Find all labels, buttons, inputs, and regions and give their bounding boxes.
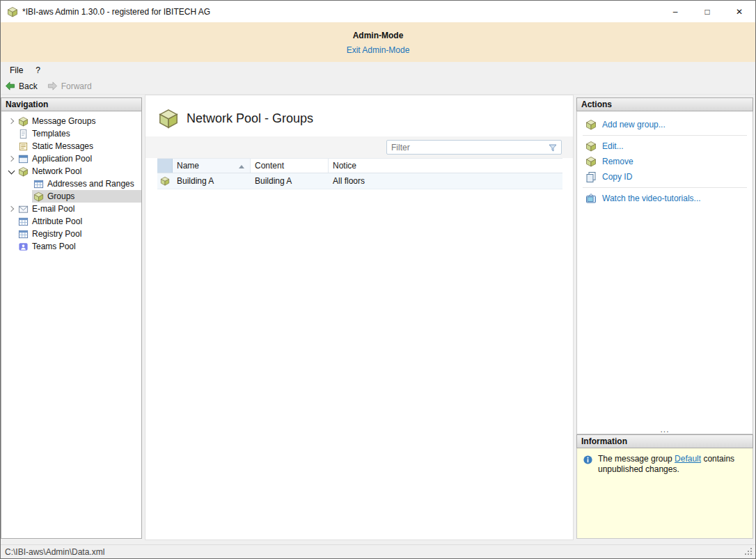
filter-box: [386, 140, 562, 155]
action-label: Watch the video-tutorials...: [602, 194, 701, 203]
tree-item-label: Teams Pool: [32, 242, 76, 251]
tree-item-groups[interactable]: Groups: [1, 190, 141, 203]
navigation-panel: Navigation Message Groups Templates: [1, 97, 142, 539]
edit-link[interactable]: Edit...: [577, 139, 753, 154]
exit-admin-mode-link[interactable]: Exit Admin-Mode: [347, 45, 410, 55]
navigation-tree: Message Groups Templates Static Messages: [1, 111, 142, 539]
message-groups-icon: [18, 116, 29, 127]
maximize-button[interactable]: □: [691, 1, 723, 22]
column-header-label: Content: [255, 161, 284, 171]
chevron-right-icon[interactable]: [7, 204, 17, 214]
forward-label: Forward: [61, 81, 92, 91]
tree-item-label: Static Messages: [32, 141, 93, 151]
add-new-group-link[interactable]: Add new group...: [577, 117, 753, 132]
tree-item-label: Application Pool: [32, 154, 92, 164]
remove-link[interactable]: Remove: [577, 154, 753, 169]
copy-id-link[interactable]: Copy ID: [577, 169, 753, 184]
video-tutorials-link[interactable]: Watch the video-tutorials...: [577, 191, 753, 206]
column-header-name[interactable]: Name: [173, 159, 251, 173]
back-button[interactable]: Back: [5, 81, 38, 91]
action-label: Edit...: [602, 141, 624, 151]
main-area: Navigation Message Groups Templates: [1, 95, 755, 544]
actions-separator: [583, 187, 747, 188]
cell-content: Building A: [251, 176, 329, 186]
close-button[interactable]: ✕: [723, 1, 755, 22]
admin-mode-banner: Admin-Mode Exit Admin-Mode: [1, 22, 755, 62]
chevron-right-icon[interactable]: [7, 154, 17, 164]
tree-item-label: Registry Pool: [32, 229, 81, 239]
static-messages-icon: [18, 141, 29, 152]
column-header-label: Notice: [333, 161, 356, 171]
teams-pool-icon: [18, 242, 29, 252]
tree-item-label: Groups: [47, 191, 74, 201]
page-header: Network Pool - Groups: [145, 95, 573, 130]
network-pool-icon: [18, 166, 29, 177]
tree-item-attribute-pool[interactable]: Attribute Pool: [1, 215, 141, 228]
filter-funnel-icon[interactable]: [547, 142, 558, 153]
filter-input[interactable]: [387, 143, 547, 152]
information-body: The message group Default contains unpub…: [576, 448, 753, 539]
email-pool-icon: [18, 204, 29, 214]
templates-icon: [18, 129, 29, 139]
content-panel: Network Pool - Groups Name Content: [145, 95, 574, 540]
column-header-content[interactable]: Content: [251, 159, 329, 173]
tree-item-label: Message Groups: [32, 116, 95, 126]
copy-id-icon: [585, 171, 597, 182]
back-label: Back: [19, 81, 38, 91]
forward-button[interactable]: Forward: [47, 81, 92, 91]
tree-item-addresses-and-ranges[interactable]: Addresses and Ranges: [1, 178, 141, 190]
actions-body: Add new group... Edit... Remove Copy ID: [576, 111, 753, 434]
addresses-and-ranges-icon: [33, 179, 44, 189]
actions-overflow-indicator: ...: [577, 425, 753, 434]
tree-item-application-pool[interactable]: Application Pool: [1, 152, 141, 165]
filter-strip: [145, 136, 573, 158]
admin-mode-title: Admin-Mode: [1, 31, 755, 40]
row-group-icon: [157, 176, 173, 186]
window-titlebar: *IBI-aws Admin 1.30.0 - registered for I…: [1, 1, 755, 22]
information-text: The message group Default contains unpub…: [598, 454, 747, 533]
window-title: *IBI-aws Admin 1.30.0 - registered for I…: [22, 7, 659, 17]
column-header-label: Name: [177, 161, 199, 171]
app-window: *IBI-aws Admin 1.30.0 - registered for I…: [0, 0, 756, 559]
video-tutorials-icon: [585, 193, 597, 204]
default-message-group-link[interactable]: Default: [675, 454, 701, 464]
icon-column-header[interactable]: [157, 159, 173, 173]
groups-table: Name Content Notice Building A Building …: [157, 158, 562, 189]
menu-item-help[interactable]: ?: [29, 63, 47, 77]
app-icon: [7, 6, 18, 17]
menu-item-file[interactable]: File: [3, 63, 29, 77]
action-label: Copy ID: [602, 172, 632, 182]
tree-item-teams-pool[interactable]: Teams Pool: [1, 240, 141, 253]
actions-header: Actions: [576, 97, 753, 111]
forward-arrow-icon: [47, 81, 58, 91]
minimize-button[interactable]: –: [659, 1, 691, 22]
registry-pool-icon: [18, 229, 29, 239]
tree-item-email-pool[interactable]: E-mail Pool: [1, 203, 141, 215]
table-header-row: Name Content Notice: [157, 158, 562, 173]
cell-name: Building A: [173, 176, 251, 186]
tree-item-static-messages[interactable]: Static Messages: [1, 140, 141, 152]
tree-item-message-groups[interactable]: Message Groups: [1, 115, 141, 127]
status-file-path: C:\IBI-aws\Admin\Data.xml: [5, 547, 104, 557]
table-row[interactable]: Building A Building A All floors: [157, 173, 562, 189]
attribute-pool-icon: [18, 216, 29, 227]
action-label: Remove: [602, 157, 633, 166]
remove-group-icon: [585, 156, 597, 167]
menu-bar: File ?: [1, 62, 755, 78]
column-header-notice[interactable]: Notice: [329, 159, 562, 173]
chevron-down-icon[interactable]: [7, 166, 17, 176]
chevron-right-icon[interactable]: [7, 116, 17, 126]
tree-item-label: Network Pool: [32, 166, 81, 176]
toolbar: Back Forward: [1, 78, 755, 95]
tree-item-templates[interactable]: Templates: [1, 127, 141, 140]
sort-ascending-icon: [239, 165, 244, 168]
application-pool-icon: [18, 154, 29, 164]
action-label: Add new group...: [602, 120, 666, 129]
tree-item-registry-pool[interactable]: Registry Pool: [1, 228, 141, 240]
tree-item-label: Attribute Pool: [32, 216, 82, 226]
information-header: Information: [576, 434, 753, 448]
right-panel: Actions Add new group... Edit... Remove: [576, 97, 753, 539]
resize-grip-icon[interactable]: [745, 548, 753, 556]
tree-item-network-pool[interactable]: Network Pool: [1, 165, 141, 178]
tree-item-label: Addresses and Ranges: [47, 179, 134, 189]
